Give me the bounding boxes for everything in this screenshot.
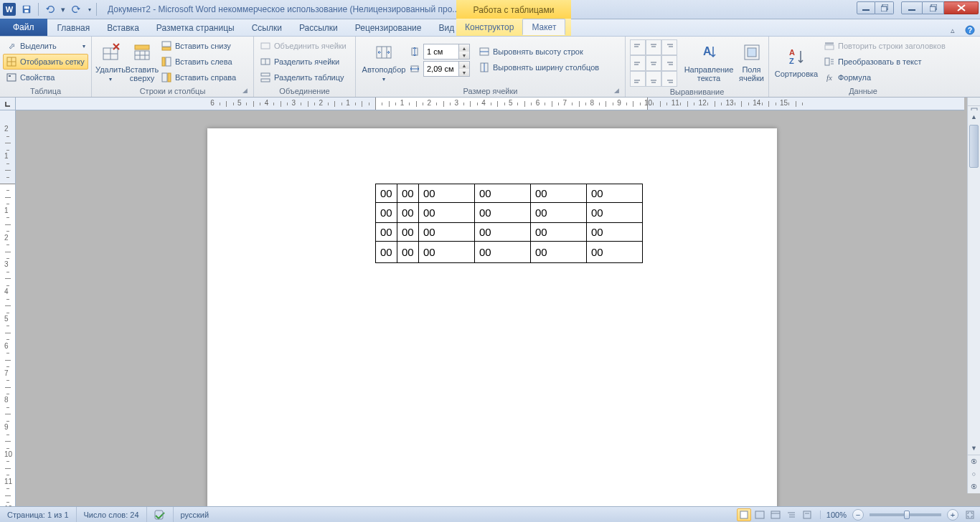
vertical-scrollbar[interactable]: ▲ ▼ ⦿ ○ ⦿ [967,110,980,493]
doc-minimize-button[interactable] [857,1,875,14]
page-indicator[interactable]: Страница: 1 из 1 [0,507,77,522]
zoom-fit-button[interactable] [963,508,977,521]
cell-size-launcher[interactable]: ◢ [612,87,621,95]
tab-layout[interactable]: Макет [522,19,565,35]
document-page[interactable]: 0000000000000000000000000000000000000000… [207,128,777,506]
merge-cells-button[interactable]: Объединить ячейки [257,38,352,54]
tab-mailings[interactable]: Рассылки [291,19,347,36]
redo-button[interactable] [68,1,84,17]
delete-button[interactable]: Удалить▾ [95,38,126,85]
draft-view[interactable] [800,508,814,521]
undo-dropdown[interactable]: ▾ [60,1,67,17]
horizontal-ruler[interactable]: 654321123456789101112131415 [16,98,964,110]
scroll-thumb[interactable] [969,125,979,168]
table-cell[interactable]: 00 [475,184,531,203]
split-view-handle[interactable] [967,98,980,106]
zoom-in-button[interactable]: + [947,509,958,521]
help-button[interactable]: ? [964,24,976,36]
zoom-thumb[interactable] [904,511,910,519]
save-button[interactable] [19,1,34,17]
properties-button[interactable]: Свойства [3,70,88,85]
file-tab[interactable]: Файл [0,19,47,36]
undo-button[interactable] [42,1,58,17]
width-down[interactable]: ▼ [459,69,469,76]
tab-selector[interactable] [0,98,16,110]
table-cell[interactable]: 00 [531,223,587,242]
next-page[interactable]: ⦿ [968,480,980,493]
formula-button[interactable]: fxФормула [821,70,948,85]
web-layout-view[interactable] [768,508,783,521]
height-up[interactable]: ▲ [459,44,469,52]
doc-restore-button[interactable] [875,1,894,14]
table-cell[interactable]: 00 [587,184,643,203]
align-tr[interactable] [661,39,677,55]
table-cell[interactable]: 00 [419,203,475,223]
spell-check-status[interactable] [147,507,174,522]
scroll-up[interactable]: ▲ [968,110,980,123]
align-bc[interactable] [646,71,661,87]
text-direction-button[interactable]: A Направление текста [683,38,735,85]
split-table-button[interactable]: Разделить таблицу [257,70,352,85]
tab-review[interactable]: Рецензирование [347,19,430,36]
table-cell[interactable]: 00 [531,242,587,263]
split-cells-button[interactable]: Разделить ячейки [257,54,352,70]
insert-above-button[interactable]: Вставить сверху [126,38,158,85]
distribute-rows-button[interactable]: Выровнять высоту строк [476,44,602,60]
language-indicator[interactable]: русский [174,507,216,522]
table-cell[interactable]: 00 [376,242,397,263]
table-cell[interactable]: 00 [475,223,531,242]
document-table[interactable]: 0000000000000000000000000000000000000000… [375,184,643,263]
table-cell[interactable]: 00 [419,223,475,242]
table-cell[interactable]: 00 [376,184,397,203]
word-count[interactable]: Число слов: 24 [77,507,147,522]
table-cell[interactable]: 00 [587,223,643,242]
table-cell[interactable]: 00 [376,203,397,223]
table-cell[interactable]: 00 [419,242,475,263]
align-bl[interactable] [630,71,646,87]
app-minimize-button[interactable] [901,1,923,14]
autofit-button[interactable]: Автоподбор▾ [359,38,409,85]
browse-object[interactable]: ○ [968,468,980,480]
minimize-ribbon-button[interactable]: ▵ [947,24,958,36]
align-mc[interactable] [646,55,661,71]
zoom-out-button[interactable]: − [852,509,864,521]
tab-references[interactable]: Ссылки [243,19,291,36]
repeat-header-button[interactable]: Повторить строки заголовков [821,38,948,54]
tab-design[interactable]: Конструктор [456,19,522,35]
app-close-button[interactable] [944,1,979,14]
table-cell[interactable]: 00 [397,184,419,203]
outline-view[interactable] [784,508,798,521]
table-cell[interactable]: 00 [587,203,643,223]
view-gridlines-button[interactable]: Отобразить сетку [3,54,88,70]
table-cell[interactable]: 00 [419,184,475,203]
col-width-input[interactable]: ▲▼ [423,61,470,77]
sort-button[interactable]: AZ Сортировка [772,38,821,85]
table-cell[interactable]: 00 [397,242,419,263]
align-mr[interactable] [661,55,677,71]
table-cell[interactable]: 00 [376,223,397,242]
table-cell[interactable]: 00 [475,203,531,223]
align-ml[interactable] [630,55,646,71]
vertical-ruler[interactable]: 2112345678910111213141516 [0,110,16,506]
print-layout-view[interactable] [737,508,751,521]
zoom-level[interactable]: 100% [820,511,847,519]
width-up[interactable]: ▲ [459,62,469,69]
height-down[interactable]: ▼ [459,52,469,59]
insert-left-button[interactable]: Вставить слева [158,54,239,70]
app-restore-button[interactable] [923,1,944,14]
qat-customize-dropdown[interactable]: ▾ [85,1,94,17]
full-screen-view[interactable] [753,508,767,521]
insert-below-button[interactable]: Вставить снизу [158,38,239,54]
row-height-input[interactable]: ▲▼ [423,44,470,60]
rows-cols-launcher[interactable]: ◢ [240,87,249,95]
table-cell[interactable]: 00 [397,203,419,223]
table-cell[interactable]: 00 [587,242,643,263]
select-button[interactable]: ⬀Выделить▾ [3,38,88,54]
distribute-cols-button[interactable]: Выровнять ширину столбцов [476,60,602,75]
prev-page[interactable]: ⦿ [968,455,980,468]
insert-right-button[interactable]: Вставить справа [158,70,239,85]
table-cell[interactable]: 00 [397,223,419,242]
tab-page-layout[interactable]: Разметка страницы [148,19,243,36]
align-br[interactable] [661,71,677,87]
align-tc[interactable] [646,39,661,55]
